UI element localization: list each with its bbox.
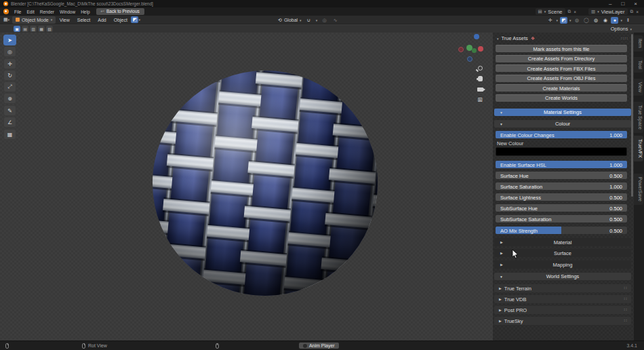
blender-logo-icon (3, 1, 8, 6)
blender-menu-icon[interactable] (3, 9, 9, 14)
truesky-panel[interactable]: ▶TrueSky∷ (494, 317, 631, 325)
scene-selector[interactable]: ▤ ▾ Scene (536, 8, 565, 15)
menu-select[interactable]: Select (73, 18, 94, 22)
proportional-edit-icon[interactable]: ◎ (321, 17, 328, 24)
create-materials-button[interactable]: Create Materials (496, 84, 627, 92)
options-dropdown[interactable]: Options▾ (611, 26, 632, 32)
camera-view-icon[interactable] (476, 85, 484, 94)
anim-player-button[interactable]: Anim Player (299, 343, 339, 349)
select-mode-invert-icon[interactable]: ▦ (38, 26, 45, 32)
menu-window[interactable]: Window (57, 9, 78, 14)
falloff-icon[interactable]: ∿ (331, 17, 339, 24)
menu-edit[interactable]: Edit (24, 9, 37, 14)
tool-annotate[interactable]: ✎ (3, 105, 16, 116)
colour-header[interactable]: ▼Colour (494, 120, 631, 128)
active-tool-icon[interactable]: ◩ (131, 16, 138, 23)
create-assets-directory-button[interactable]: Create Assets From Directory (496, 55, 627, 62)
world-settings-header[interactable]: ▼World Settings (494, 273, 631, 280)
transform-orientation-dropdown[interactable]: ⟲ Global ▾ (278, 18, 302, 23)
new-colour-label: New Colour (497, 140, 523, 147)
overlays-toggle-icon[interactable]: ◩ (560, 17, 567, 24)
true-terrain-panel[interactable]: ▶True Terrain∷ (494, 284, 631, 292)
gizmo-z-neg-axis[interactable] (467, 56, 472, 62)
new-viewlayer-icon[interactable]: ⧉ (630, 9, 634, 14)
create-worlds-button[interactable]: Create Worlds (496, 94, 627, 102)
mouse-left-icon (5, 343, 9, 349)
collapse-true-assets-icon[interactable]: ▾ (497, 37, 499, 41)
editor-type-icon[interactable]: ▦▾ (3, 16, 10, 23)
gizmo-x-neg-axis[interactable] (458, 47, 464, 52)
gizmo-z-axis[interactable] (474, 34, 479, 39)
tool-select-box[interactable]: ➤ (3, 35, 16, 45)
new-colour-swatch[interactable] (496, 147, 627, 156)
select-mode-extend-icon[interactable]: ▤ (22, 26, 28, 32)
gizmo-toggle-icon[interactable]: ✛ (546, 17, 554, 24)
close-button[interactable]: × (634, 1, 637, 7)
post-pro-panel[interactable]: ▶Post PRO∷ (494, 306, 631, 314)
create-assets-fbx-button[interactable]: Create Assets From FBX Files (496, 64, 627, 72)
menu-help[interactable]: Help (78, 9, 92, 14)
tool-transform[interactable]: ⊕ (3, 93, 16, 104)
tab-tool[interactable]: Tool (634, 57, 643, 73)
ao-mix-strength-slider[interactable]: AO Mix Strength 0.500 (496, 227, 627, 234)
mark-assets-button[interactable]: Mark assets from this file (496, 45, 627, 52)
tool-scale[interactable]: ⤢ (3, 81, 16, 92)
subsurface-hue-slider[interactable]: SubSurface Hue 0.500 (496, 204, 627, 212)
menu-render[interactable]: Render (37, 9, 57, 14)
panel-drag-dots[interactable]: ∷∷ (621, 36, 628, 41)
minimize-button[interactable]: – (609, 1, 611, 7)
menu-add[interactable]: Add (94, 18, 110, 22)
menu-file[interactable]: File (12, 9, 24, 14)
true-vdb-panel[interactable]: ▶True VDB∷ (494, 295, 631, 303)
enable-colour-changes-slider[interactable]: Enable Colour Changes 1.000 (496, 131, 627, 138)
pan-hand-icon[interactable] (476, 75, 484, 83)
tab-view[interactable]: View (634, 79, 643, 96)
create-assets-obj-button[interactable]: Create Assets From OBJ Files (496, 75, 627, 82)
tool-move[interactable]: ✛ (3, 58, 16, 69)
tool-rotate[interactable]: ↻ (3, 70, 16, 81)
woven-sphere[interactable] (0, 33, 493, 341)
delete-viewlayer-icon[interactable]: × (636, 9, 639, 14)
shading-material-icon[interactable]: ◉ (601, 17, 609, 24)
surface-saturation-slider[interactable]: Surface Saturation 1.000 (496, 182, 627, 190)
subsurface-saturation-slider[interactable]: SubSurface Saturation 0.500 (496, 215, 627, 222)
pause-render-icon[interactable]: ‖ (624, 17, 632, 24)
select-mode-set-icon[interactable]: ▣ (14, 26, 20, 32)
new-scene-icon[interactable]: ⧉ (568, 9, 571, 14)
xray-toggle-icon[interactable]: ◍ (573, 17, 580, 24)
material-subpanel[interactable]: ▶Material (494, 238, 631, 246)
object-mode-dropdown[interactable]: Object Mode ▾ (12, 16, 56, 24)
viewlayer-selector[interactable]: ▥ ▾ ViewLayer (588, 8, 628, 15)
tool-add-cube[interactable]: ▦ (3, 129, 16, 140)
tab-truevfx[interactable]: TrueVFX (634, 136, 643, 161)
menu-object[interactable]: Object (110, 18, 131, 22)
select-mode-subtract-icon[interactable]: ▥ (30, 26, 37, 32)
tool-cursor[interactable]: ◎ (3, 46, 16, 57)
surface-lightness-slider[interactable]: Surface Lightness 0.500 (496, 193, 627, 201)
tab-powersave[interactable]: PowerSave (634, 174, 643, 205)
snap-magnet-icon[interactable]: ∪ (305, 17, 313, 24)
tab-item[interactable]: Item (634, 35, 643, 52)
tool-measure[interactable]: ∠ (3, 117, 16, 128)
material-settings-header[interactable]: ▼Material Settings (494, 109, 631, 116)
back-to-previous-button[interactable]: ↩ Back to Previous (96, 8, 144, 16)
select-mode-intersect-icon[interactable]: ▧ (46, 26, 53, 32)
delete-scene-icon[interactable]: × (573, 9, 576, 14)
maximize-button[interactable]: □ (621, 1, 624, 7)
ortho-toggle-icon[interactable]: ⊞ (476, 96, 484, 104)
shading-wireframe-icon[interactable]: ◯ (582, 17, 590, 24)
top-menu-bar: File Edit Render Window Help ↩ Back to P… (0, 7, 644, 16)
mapping-subpanel[interactable]: ▶Mapping (494, 260, 631, 269)
gizmo-x-axis[interactable] (478, 46, 483, 52)
zoom-icon[interactable] (476, 64, 484, 72)
surface-hue-slider[interactable]: Surface Hue 0.500 (496, 172, 627, 179)
viewport-3d[interactable] (0, 33, 493, 341)
tab-true-space[interactable]: True Space (634, 102, 643, 133)
enable-surface-hsl-slider[interactable]: Enable Surface HSL 1.000 (496, 161, 627, 168)
mouse-right-icon (216, 343, 219, 349)
shading-rendered-icon[interactable]: ● (611, 17, 618, 24)
panel-scrollbar[interactable] (631, 34, 633, 197)
shading-solid-icon[interactable]: ◍ (592, 17, 599, 24)
gizmo-y-neg-axis[interactable] (472, 48, 477, 53)
menu-view[interactable]: View (56, 18, 73, 22)
